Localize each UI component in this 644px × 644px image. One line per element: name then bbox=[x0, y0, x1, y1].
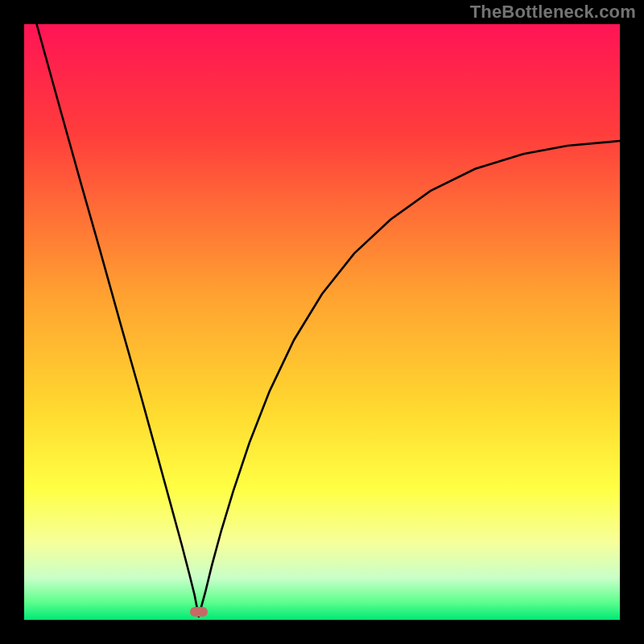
watermark-text: TheBottleneck.com bbox=[470, 2, 636, 23]
chart-frame: TheBottleneck.com bbox=[0, 0, 644, 644]
gradient-bg bbox=[24, 24, 620, 620]
bottleneck-chart bbox=[24, 24, 620, 620]
min-marker bbox=[190, 607, 208, 617]
